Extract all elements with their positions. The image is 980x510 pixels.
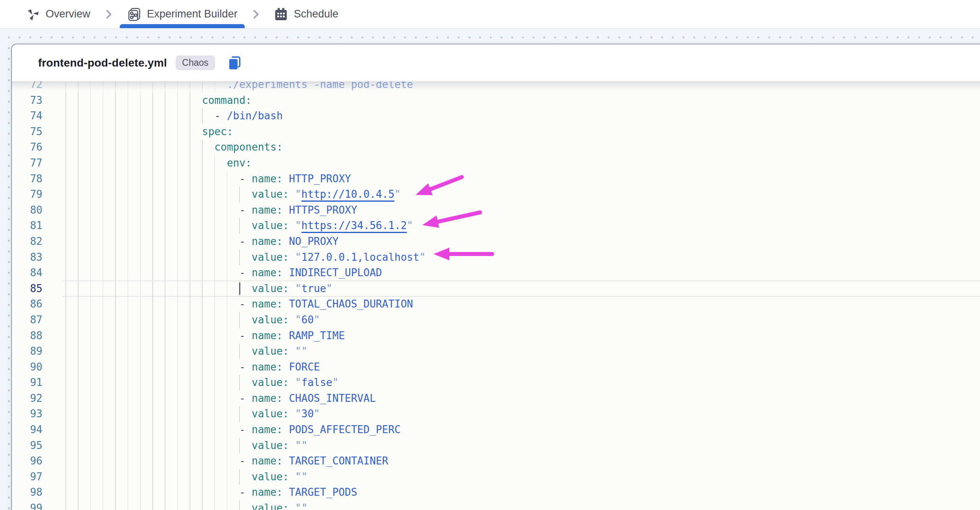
code-line[interactable]: 87value: "60" xyxy=(12,312,980,328)
indent-guide xyxy=(215,391,215,407)
indent-guide xyxy=(140,375,141,391)
indent-guide xyxy=(65,469,66,485)
yaml-editor[interactable]: 72./experiments -name pod-delete73comman… xyxy=(12,81,980,510)
line-number: 83 xyxy=(12,250,42,266)
code-line[interactable]: 88- name: RAMP_TIME xyxy=(12,328,980,344)
code-line[interactable]: 75spec: xyxy=(12,124,980,140)
indent-guide xyxy=(190,312,190,328)
indent-guide xyxy=(90,108,91,124)
indent-guide xyxy=(115,344,116,359)
indent-guide xyxy=(202,155,203,171)
code-line[interactable]: 85value: "true" xyxy=(12,281,980,297)
indent-guide xyxy=(152,155,153,171)
indent-guide xyxy=(190,250,190,266)
tab-schedule[interactable]: Schedule xyxy=(266,0,347,28)
indent-guide xyxy=(140,422,141,438)
code-line[interactable]: 92- name: CHAOS_INTERVAL xyxy=(12,391,980,407)
indent-guide xyxy=(115,453,116,469)
indent-guide xyxy=(152,312,153,328)
indent-guide xyxy=(90,422,91,438)
indent-guide xyxy=(190,328,190,344)
code-line[interactable]: 81value: "https://34.56.1.2" xyxy=(12,218,980,234)
indent-guide xyxy=(103,359,104,375)
indent-guide xyxy=(65,139,66,155)
code-line[interactable]: 90- name: FORCE xyxy=(12,359,980,375)
code-line[interactable]: 77env: xyxy=(12,155,980,171)
indent-guide xyxy=(78,202,79,218)
code-line[interactable]: 89value: "" xyxy=(12,344,980,359)
code-line[interactable]: 84- name: INDIRECT_UPLOAD xyxy=(12,265,980,281)
code-text: ./experiments -name pod-delete xyxy=(227,81,413,93)
tab-overview[interactable]: Overview xyxy=(18,0,98,28)
code-line[interactable]: 80- name: HTTPS_PROXY xyxy=(12,202,980,218)
indent-guide xyxy=(215,500,215,510)
indent-guide xyxy=(90,391,91,407)
indent-guide xyxy=(165,187,165,202)
code-line[interactable]: 72./experiments -name pod-delete xyxy=(12,81,980,93)
code-line[interactable]: 79value: "http://10.0.4.5" xyxy=(12,187,980,202)
indent-guide xyxy=(239,344,240,359)
indent-guide xyxy=(78,375,79,391)
indent-guide xyxy=(202,375,203,391)
code-line[interactable]: 73command: xyxy=(12,93,980,109)
indent-guide xyxy=(115,406,116,422)
code-line[interactable]: 98- name: TARGET_PODS xyxy=(12,485,980,500)
line-number: 94 xyxy=(12,422,42,438)
code-line[interactable]: 76components: xyxy=(12,139,980,155)
indent-guide xyxy=(152,108,153,124)
indent-guide xyxy=(78,485,79,500)
code-line[interactable]: 74- /bin/bash xyxy=(12,108,980,124)
tab-experiment-builder[interactable]: Experiment Builder xyxy=(119,0,245,28)
code-text: spec: xyxy=(202,124,233,140)
indent-guide xyxy=(140,438,141,454)
indent-guide xyxy=(165,391,165,407)
indent-guide xyxy=(140,139,141,155)
indent-guide xyxy=(78,187,79,202)
code-line[interactable]: 78- name: HTTP_PROXY xyxy=(12,171,980,187)
indent-guide xyxy=(177,281,178,297)
indent-guide xyxy=(152,500,153,510)
indent-guide xyxy=(190,171,190,187)
code-text: value: "30" xyxy=(252,406,320,422)
tab-label: Overview xyxy=(46,8,90,20)
copy-icon[interactable] xyxy=(227,55,242,71)
indent-guide xyxy=(190,438,190,454)
indent-guide xyxy=(165,312,165,328)
line-number: 89 xyxy=(12,344,42,359)
indent-guide xyxy=(128,296,128,312)
indent-guide xyxy=(65,328,66,344)
code-text: value: "" xyxy=(252,438,308,454)
code-text: value: "" xyxy=(252,500,308,510)
indent-guide xyxy=(103,202,104,218)
indent-guide xyxy=(128,265,128,281)
indent-guide xyxy=(115,81,116,93)
indent-guide xyxy=(190,124,190,140)
code-line[interactable]: 93value: "30" xyxy=(12,406,980,422)
code-line[interactable]: 86- name: TOTAL_CHAOS_DURATION xyxy=(12,296,980,312)
indent-guide xyxy=(202,469,203,485)
indent-guide xyxy=(215,202,215,218)
code-line[interactable]: 96- name: TARGET_CONTAINER xyxy=(12,453,980,469)
code-line[interactable]: 94- name: PODS_AFFECTED_PERC xyxy=(12,422,980,438)
indent-guide xyxy=(128,155,128,171)
indent-guide xyxy=(165,108,165,124)
indent-guide xyxy=(177,406,178,422)
indent-guide xyxy=(65,250,66,266)
indent-guide xyxy=(202,391,203,407)
indent-guide xyxy=(103,328,104,344)
indent-guide xyxy=(239,250,240,266)
indent-guide xyxy=(239,438,240,454)
indent-guide xyxy=(165,422,165,438)
indent-guide xyxy=(128,250,128,266)
code-line[interactable]: 95value: "" xyxy=(12,438,980,454)
indent-guide xyxy=(202,218,203,234)
indent-guide xyxy=(78,312,79,328)
code-line[interactable]: 82- name: NO_PROXY xyxy=(12,234,980,250)
code-line[interactable]: 91value: "false" xyxy=(12,375,980,391)
indent-guide xyxy=(103,281,104,297)
indent-guide xyxy=(165,265,165,281)
code-line[interactable]: 97value: "" xyxy=(12,469,980,485)
indent-guide xyxy=(202,250,203,266)
code-line[interactable]: 83value: "127.0.0.1,localhost" xyxy=(12,250,980,266)
code-line[interactable]: 99value: "" xyxy=(12,500,980,510)
